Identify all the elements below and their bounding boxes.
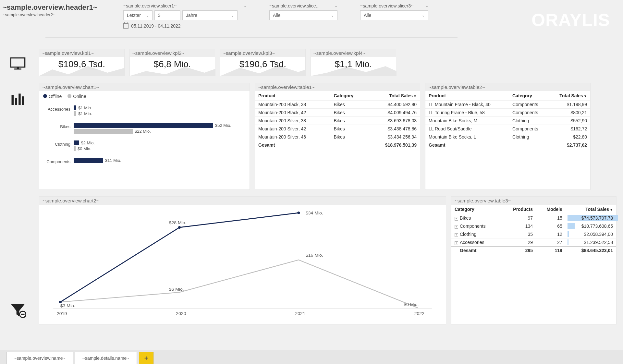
chart1-card[interactable]: ~sample.overview.chart1~ Offline Online … (39, 83, 250, 190)
table-cell: $4.400.592,80 (367, 101, 420, 109)
chevron-down-icon[interactable]: ⌄ (244, 4, 247, 8)
slicer-3-dropdown[interactable]: Alle⌄ (360, 10, 428, 20)
table-cell: Bikes (330, 101, 367, 109)
slicer-2: ~sample.overview.slice...⌄ Alle⌄ (269, 3, 337, 29)
table-header: ProductCategoryTotal Sales▼ (425, 91, 590, 101)
table-cell: 15 (536, 214, 566, 222)
slicer-date-label: ~sample.overview.slicer1~ (123, 3, 177, 8)
col-header[interactable]: Total Sales▼ (566, 205, 616, 214)
table-row[interactable]: Mountain-200 Black, 42Bikes$4.009.494,76 (255, 109, 420, 117)
bar-category: Bikes (44, 122, 74, 129)
col-header[interactable]: Product (255, 91, 330, 101)
bar-category: Clothing (44, 140, 74, 147)
table-row[interactable]: +Components13465$10.773.608,65 (451, 222, 616, 230)
col-header[interactable]: Models (536, 205, 566, 214)
table-cell: +Components (451, 222, 501, 230)
table-row[interactable]: Mountain Bike Socks, LClothing$22,80 (425, 133, 590, 141)
kpi-card-2[interactable]: ~sample.overview.kpi3~ $190,6 Tsd. (220, 49, 306, 76)
table-cell: LL Road Seat/Saddle (425, 125, 509, 133)
table-row[interactable]: +Accessories2927$1.239.522,58 (451, 238, 616, 247)
table-cell: Components (509, 125, 549, 133)
svg-text:$34 Mio.: $34 Mio. (306, 211, 323, 215)
svg-point-10 (59, 301, 62, 303)
clear-filter-icon[interactable] (9, 302, 26, 319)
tab-details[interactable]: ~sample.details.name~ (75, 352, 137, 364)
table-row[interactable]: +Bikes9715$74.573.797,78 (451, 214, 616, 222)
table-cell: Mountain-200 Silver, 46 (255, 133, 330, 141)
slicer-3-label: ~sample.overview.slicer3~ (360, 3, 413, 8)
kpi-card-0[interactable]: ~sample.overview.kpi1~ $109,6 Tsd. (39, 49, 125, 76)
relative-n-input[interactable]: 3 (154, 10, 180, 20)
expand-icon[interactable]: + (455, 225, 458, 229)
kpi-value: $6,8 Mio. (130, 59, 215, 69)
svg-rect-6 (22, 96, 24, 105)
table2-card[interactable]: ~sample.overview.table2~ ProductCategory… (425, 83, 591, 190)
table-row[interactable]: Mountain Bike Socks, MClothing$552,90 (425, 117, 590, 125)
table-cell: Clothing (509, 133, 549, 141)
kpi-value: $109,6 Tsd. (39, 59, 124, 69)
table-cell: $800,21 (549, 109, 590, 117)
legend-dot-online (67, 94, 71, 98)
table-cell: Bikes (330, 125, 367, 133)
sheet-tabs: ~sample.overview.name~ ~sample.details.n… (0, 350, 623, 364)
tab-overview[interactable]: ~sample.overview.name~ (6, 352, 73, 364)
kpi-title: ~sample.overview.kpi4~ (311, 49, 396, 57)
col-header[interactable]: Category (451, 205, 501, 214)
table-total: Gesamt295119$88.645.323,01 (451, 247, 616, 255)
kpi-title: ~sample.overview.kpi1~ (39, 49, 124, 57)
table-row[interactable]: Mountain-200 Silver, 42Bikes$3.438.478,8… (255, 125, 420, 133)
add-tab-button[interactable]: + (139, 352, 154, 364)
legend-online: Online (73, 94, 86, 99)
slicer-2-dropdown[interactable]: Alle⌄ (269, 10, 337, 20)
svg-text:$28 Mio.: $28 Mio. (169, 220, 187, 225)
table-cell: $1.239.522,58 (566, 238, 616, 247)
table-cell: $1.198,99 (549, 101, 590, 109)
table-cell: $3.693.678,03 (367, 117, 420, 125)
svg-rect-4 (15, 98, 17, 105)
col-header[interactable]: Total Sales▼ (549, 91, 590, 101)
table1-card[interactable]: ~sample.overview.table1~ ProductCategory… (255, 83, 420, 190)
chevron-down-icon: ⌄ (146, 13, 149, 18)
slicer-date: ~sample.overview.slicer1~⌄ Letzter⌄ 3 Ja… (123, 3, 247, 29)
col-header[interactable]: Category (330, 91, 367, 101)
table-cell: 27 (536, 238, 566, 247)
table1-title: ~sample.overview.table1~ (255, 83, 420, 91)
table-row[interactable]: +Clothing3512$2.058.394,00 (451, 230, 616, 238)
chevron-down-icon[interactable]: ⌄ (425, 4, 428, 8)
calendar-icon[interactable] (123, 23, 128, 29)
bar-label: $11 Mio. (105, 158, 121, 163)
table-row[interactable]: Mountain-200 Silver, 46Bikes$3.434.256,9… (255, 133, 420, 141)
svg-text:2020: 2020 (176, 311, 186, 316)
table-row[interactable]: LL Mountain Frame - Black, 40Components$… (425, 101, 590, 109)
bar-label: $22 Mio. (135, 129, 151, 134)
table-row[interactable]: LL Touring Frame - Blue, 58Components$80… (425, 109, 590, 117)
table3-card[interactable]: ~sample.overview.table3~ CategoryProduct… (451, 196, 617, 324)
kpi-card-3[interactable]: ~sample.overview.kpi4~ $1,1 Mio. (311, 49, 396, 76)
table-cell: Components (509, 101, 549, 109)
overview-nav-icon[interactable] (9, 55, 26, 72)
bar-category: Accessories (44, 105, 74, 112)
chart1-title: ~sample.overview.chart1~ (39, 83, 250, 91)
table2-title: ~sample.overview.table2~ (425, 83, 590, 91)
col-header[interactable]: Total Sales▼ (367, 91, 420, 101)
bar-label: $2 Mio. (81, 140, 95, 145)
kpi-card-1[interactable]: ~sample.overview.kpi2~ $6,8 Mio. (129, 49, 215, 76)
details-nav-icon[interactable] (9, 91, 26, 108)
table-row[interactable]: LL Road Seat/SaddleComponents$162,72 (425, 125, 590, 133)
expand-icon[interactable]: + (455, 217, 458, 221)
table-row[interactable]: Mountain-200 Silver, 38Bikes$3.693.678,0… (255, 117, 420, 125)
header-divider (45, 37, 458, 38)
table-cell: Mountain-200 Black, 38 (255, 101, 330, 109)
relative-unit-dropdown[interactable]: Jahre⌄ (182, 10, 238, 20)
col-header[interactable]: Products (501, 205, 536, 214)
relative-dropdown[interactable]: Letzter⌄ (123, 10, 153, 20)
expand-icon[interactable]: + (455, 241, 458, 245)
col-header[interactable]: Category (509, 91, 549, 101)
table-cell: 134 (501, 222, 536, 230)
expand-icon[interactable]: + (455, 233, 458, 237)
col-header[interactable]: Product (425, 91, 509, 101)
kpi-value: $1,1 Mio. (311, 59, 396, 69)
chevron-down-icon[interactable]: ⌄ (335, 4, 337, 8)
chart2-card[interactable]: ~sample.overview.chart2~ $3 Mio. $28 Mio… (39, 196, 446, 324)
table-row[interactable]: Mountain-200 Black, 38Bikes$4.400.592,80 (255, 101, 420, 109)
